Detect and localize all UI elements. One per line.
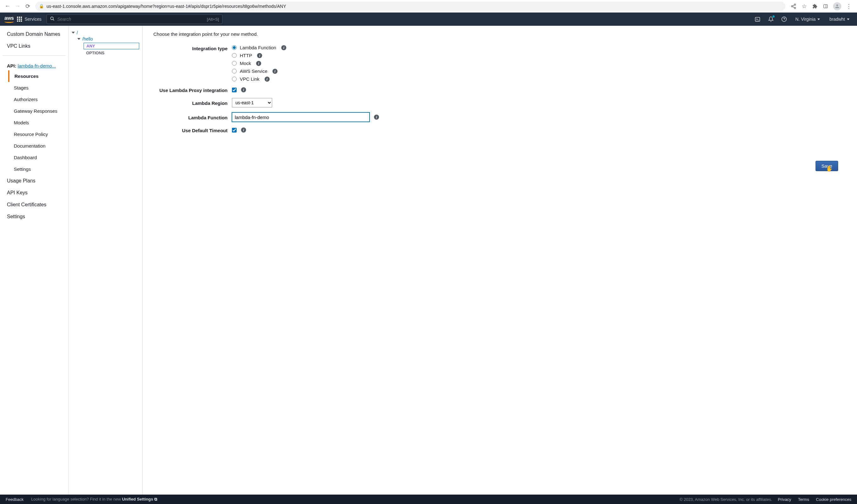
sidebar-item-client-certificates[interactable]: Client Certificates (0, 199, 68, 211)
external-link-icon: ⧉ (154, 497, 157, 502)
cloudshell-icon[interactable] (753, 14, 763, 24)
input-lambda-function[interactable] (232, 112, 370, 122)
url-text: us-east-1.console.aws.amazon.com/apigate… (47, 4, 286, 9)
left-sidebar: Custom Domain Names VPC Links API: lambd… (0, 26, 68, 494)
search-input[interactable] (57, 17, 207, 22)
url-bar[interactable]: 🔒 us-east-1.console.aws.amazon.com/apiga… (35, 2, 785, 11)
sidebar-item-resource-policy[interactable]: Resource Policy (0, 128, 68, 140)
tree-hello[interactable]: /hello (72, 36, 139, 42)
label-default-timeout: Use Default Timeout (153, 127, 232, 133)
divider (2, 55, 66, 56)
info-icon[interactable]: i (241, 87, 246, 92)
back-button[interactable]: ← (2, 1, 13, 11)
sidebar-item-documentation[interactable]: Documentation (0, 140, 68, 152)
sidebar-item-settings[interactable]: Settings (0, 211, 68, 223)
instruction-text: Choose the integration point for your ne… (153, 31, 846, 37)
terms-link[interactable]: Terms (798, 497, 809, 502)
checkbox-default-timeout[interactable] (232, 128, 237, 133)
notification-dot (772, 15, 775, 18)
save-button[interactable]: Save (816, 161, 838, 171)
services-label: Services (24, 17, 41, 22)
radio-lambda-function[interactable]: Lambda Functioni (232, 45, 846, 50)
notifications-icon[interactable] (766, 14, 776, 24)
aws-topbar: aws Services [Alt+S] N. Virginia bradwht (0, 13, 857, 26)
radio-http[interactable]: HTTPi (232, 53, 846, 58)
aws-logo[interactable]: aws (4, 15, 14, 23)
tree-root[interactable]: / (72, 30, 139, 36)
info-icon[interactable]: i (265, 76, 270, 82)
info-icon[interactable]: i (374, 115, 379, 120)
label-lambda-region: Lambda Region (153, 100, 232, 106)
svg-point-2 (794, 7, 796, 9)
caret-down-icon (72, 32, 75, 34)
caret-down-icon (847, 19, 850, 20)
search-icon (50, 16, 55, 22)
label-integration-type: Integration type (153, 45, 232, 51)
copyright: © 2023, Amazon Web Services, Inc. or its… (679, 497, 772, 502)
bookmark-star-icon[interactable]: ☆ (801, 3, 807, 10)
select-lambda-region[interactable]: us-east-1 (232, 98, 272, 107)
info-icon[interactable]: i (272, 69, 278, 74)
svg-line-4 (793, 6, 794, 7)
caret-down-icon (818, 19, 820, 20)
resource-tree: / /hello ANY OPTIONS (68, 26, 143, 494)
reload-button[interactable]: ⟳ (23, 1, 33, 11)
services-button[interactable]: Services (17, 17, 41, 22)
kebab-menu-icon[interactable]: ⋮ (846, 3, 852, 10)
search-shortcut: [Alt+S] (207, 17, 219, 22)
sidebar-item-api-keys[interactable]: API Keys (0, 187, 68, 199)
profile-avatar[interactable] (833, 2, 841, 10)
svg-rect-5 (824, 4, 827, 8)
radio-vpc-link[interactable]: VPC Linki (232, 76, 846, 82)
sidebar-item-vpc-links[interactable]: VPC Links (0, 40, 68, 52)
svg-point-1 (791, 5, 793, 7)
api-name-link[interactable]: lambda-fn-demo... (18, 63, 56, 68)
help-icon[interactable] (779, 14, 789, 24)
unified-settings-link[interactable]: Unified Settings⧉ (122, 497, 157, 502)
method-setup-panel: Choose the integration point for your ne… (143, 26, 857, 494)
services-grid-icon (17, 17, 22, 22)
footer: Feedback Looking for language selection?… (0, 494, 857, 504)
api-label: API: lambda-fn-demo... (0, 59, 68, 70)
region-selector[interactable]: N. Virginia (792, 17, 823, 22)
radio-mock[interactable]: Mocki (232, 60, 846, 66)
svg-point-0 (794, 4, 796, 5)
share-icon[interactable] (790, 3, 797, 10)
panel-icon[interactable] (822, 3, 829, 10)
feedback-link[interactable]: Feedback (6, 497, 23, 502)
caret-down-icon (77, 38, 81, 40)
sidebar-item-usage-plans[interactable]: Usage Plans (0, 175, 68, 187)
info-icon[interactable]: i (257, 53, 262, 58)
info-icon[interactable]: i (241, 127, 246, 133)
label-proxy: Use Lambda Proxy integration (153, 87, 232, 93)
sidebar-item-stages[interactable]: Stages (0, 82, 68, 93)
lock-icon: 🔒 (39, 4, 44, 8)
label-lambda-function: Lambda Function (153, 114, 232, 120)
extensions-icon[interactable] (812, 3, 818, 10)
tree-method-any[interactable]: ANY (84, 43, 139, 49)
info-icon[interactable]: i (281, 45, 286, 50)
cookie-prefs-link[interactable]: Cookie preferences (816, 497, 851, 502)
radio-aws-service[interactable]: AWS Servicei (232, 68, 846, 74)
checkbox-lambda-proxy[interactable] (232, 88, 237, 92)
privacy-link[interactable]: Privacy (778, 497, 791, 502)
sidebar-item-custom-domain-names[interactable]: Custom Domain Names (0, 28, 68, 40)
sidebar-item-dashboard[interactable]: Dashboard (0, 152, 68, 163)
info-icon[interactable]: i (256, 61, 261, 66)
sidebar-item-authorizers[interactable]: Authorizers (0, 93, 68, 105)
svg-line-3 (793, 5, 794, 6)
sidebar-item-models[interactable]: Models (0, 117, 68, 128)
aws-search[interactable]: [Alt+S] (47, 15, 222, 24)
user-menu[interactable]: bradwht (826, 17, 853, 22)
svg-point-7 (51, 17, 53, 20)
tree-method-options[interactable]: OPTIONS (84, 50, 139, 56)
svg-line-8 (53, 19, 54, 20)
sidebar-item-settings-api[interactable]: Settings (0, 163, 68, 175)
lang-prompt: Looking for language selection? Find it … (31, 497, 157, 502)
sidebar-item-resources[interactable]: Resources (0, 70, 68, 82)
forward-button[interactable]: → (13, 1, 23, 11)
sidebar-item-gateway-responses[interactable]: Gateway Responses (0, 105, 68, 117)
browser-chrome-bar: ← → ⟳ 🔒 us-east-1.console.aws.amazon.com… (0, 0, 857, 13)
